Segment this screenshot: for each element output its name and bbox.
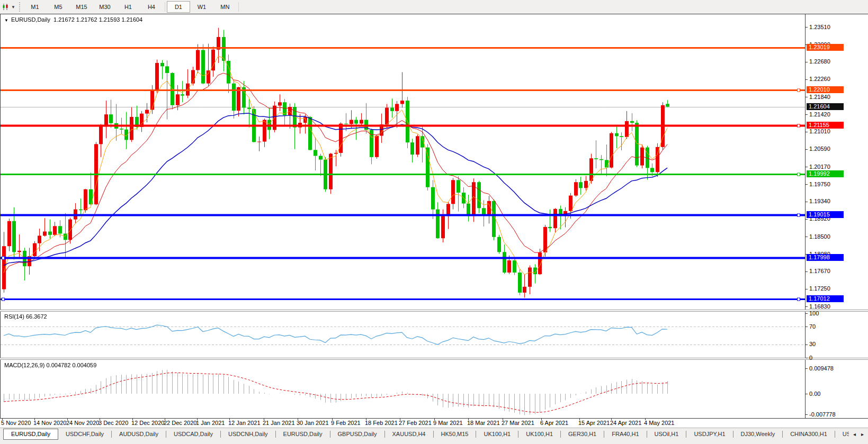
timeframe-button-m30[interactable]: M30 — [93, 1, 117, 13]
price-tick-label: 1.18500 — [809, 233, 862, 240]
price-tick — [806, 62, 808, 62]
current-price-badge: 1.21604 — [807, 103, 844, 110]
tab-nav: ◂ ▸ — [849, 428, 868, 440]
symbol-tab-10[interactable]: UK100,H1 — [518, 429, 560, 439]
rsi-tick — [806, 358, 808, 358]
chart-title-caret-icon[interactable]: ▼ — [4, 18, 8, 23]
price-tick — [806, 184, 808, 185]
rsi-tick-label: 100 — [809, 310, 862, 317]
timeframe-button-w1[interactable]: W1 — [190, 1, 213, 13]
price-tick-label: 1.21840 — [809, 94, 862, 101]
macd-tick — [806, 368, 808, 369]
timeframe-button-m1[interactable]: M1 — [23, 1, 47, 13]
macd-pane-splitter[interactable] — [0, 358, 868, 360]
price-tick — [806, 132, 808, 132]
price-tick — [806, 97, 808, 97]
symbol-tab-14[interactable]: USDJPY,H1 — [686, 429, 732, 439]
timeframe-button-m5[interactable]: M5 — [47, 1, 70, 13]
main-chart-canvas[interactable] — [1, 14, 805, 310]
macd-tick-label: -0.007778 — [809, 411, 862, 418]
price-tick — [806, 289, 808, 289]
time-tick-label: 6 Apr 2021 — [540, 420, 568, 426]
timeframe-button-h4[interactable]: H4 — [140, 1, 163, 13]
time-tick-label: 27 Feb 2021 — [399, 420, 432, 426]
macd-tick — [806, 394, 808, 394]
symbol-tab-0[interactable]: EURUSD,Daily — [3, 429, 58, 440]
hline-price-badge[interactable]: 1.21155 — [807, 122, 844, 129]
macd-indicator-canvas[interactable] — [1, 360, 805, 418]
hline-price-badge[interactable]: 1.17998 — [807, 254, 844, 261]
price-tick-label: 1.22260 — [809, 76, 862, 83]
symbol-tab-5[interactable]: EURUSD,Daily — [276, 429, 330, 439]
price-tick — [806, 27, 808, 28]
chart-title-symbol: EURUSD,Daily — [11, 16, 50, 23]
price-tick-label: 1.22680 — [809, 58, 862, 65]
timeframe-button-mn[interactable]: MN — [213, 1, 237, 13]
symbol-tab-8[interactable]: HK50,M15 — [434, 429, 476, 439]
time-tick-label: 12 Jan 2021 — [228, 420, 261, 426]
time-tick-label: 18 Feb 2021 — [365, 420, 398, 426]
symbol-tabbar: EURUSD,DailyUSDCHF,DailyAUDUSD,DailyUSDC… — [0, 428, 868, 444]
macd-tick-label: 0.009478 — [809, 365, 862, 372]
symbol-tab-16[interactable]: CHINA300,H1 — [783, 429, 835, 439]
symbol-tab-11[interactable]: GER30,H1 — [561, 429, 604, 439]
chart-type-icon[interactable] — [1, 2, 11, 12]
symbol-tab-17[interactable]: USC — [835, 429, 849, 439]
price-tick — [806, 167, 808, 167]
trading-platform-screen: ▼ M1M5M15M30H1H4D1W1MN ▼EURUSD,Daily 1.2… — [0, 0, 868, 444]
price-tick — [806, 306, 808, 307]
toolbar-grip-handle[interactable] — [19, 2, 20, 12]
symbol-tab-7[interactable]: XAUUSD,H4 — [385, 429, 433, 439]
rsi-tick-label: 0 — [809, 355, 862, 361]
symbol-tab-1[interactable]: USDCHF,Daily — [58, 429, 111, 439]
time-tick-label: 22 Dec 2020 — [164, 420, 196, 426]
chart-title-ohlc: 1.21672 1.21762 1.21593 1.21604 — [53, 16, 142, 23]
symbol-tab-2[interactable]: AUDUSD,Daily — [112, 429, 166, 439]
hline-price-badge[interactable]: 1.19992 — [807, 170, 844, 177]
price-tick — [806, 219, 808, 220]
chart-type-dropdown-caret-icon[interactable]: ▼ — [11, 5, 15, 10]
rsi-pane-splitter[interactable] — [0, 310, 868, 312]
hline-price-badge[interactable]: 1.22010 — [807, 86, 844, 93]
symbol-tab-15[interactable]: DJ30,Weekly — [733, 429, 783, 439]
time-tick-label: 1 Jan 2021 — [196, 420, 225, 426]
rsi-tick-label: 30 — [809, 341, 862, 348]
price-tick-label: 1.21420 — [809, 111, 862, 118]
candlestick-chart-glyph — [2, 3, 10, 11]
time-tick-label: 5 Nov 2020 — [1, 420, 31, 426]
symbol-tab-9[interactable]: UK100,H1 — [476, 429, 518, 439]
hline-price-badge[interactable]: 1.23019 — [807, 44, 844, 51]
price-tick — [806, 149, 808, 150]
symbol-tab-13[interactable]: USOil,H1 — [647, 429, 686, 439]
price-tick — [806, 202, 808, 202]
timeframe-button-h1[interactable]: H1 — [117, 1, 140, 13]
time-tick-label: 3 Dec 2020 — [99, 420, 128, 426]
toolbar-separator — [238, 2, 239, 12]
price-tick — [806, 79, 808, 80]
price-tick-label: 1.21010 — [809, 128, 862, 135]
toolbar-separator — [165, 2, 165, 12]
rsi-tick — [806, 313, 808, 314]
macd-tick — [806, 414, 808, 415]
macd-tick-label: 0.00 — [809, 391, 862, 397]
symbol-tab-4[interactable]: USDCNH,Daily — [221, 429, 275, 439]
rsi-indicator-canvas[interactable] — [1, 312, 805, 358]
price-tick — [806, 237, 808, 237]
symbol-tab-3[interactable]: USDCAD,Daily — [166, 429, 220, 439]
symbol-tab-6[interactable]: GBPUSD,Daily — [330, 429, 384, 439]
rsi-label: RSI(14) 66.3672 — [4, 313, 47, 320]
hline-price-badge[interactable]: 1.17012 — [807, 295, 844, 302]
symbol-tabs: EURUSD,DailyUSDCHF,DailyAUDUSD,DailyUSDC… — [0, 428, 849, 440]
timeframe-button-m15[interactable]: M15 — [70, 1, 93, 13]
time-tick-label: 12 Dec 2020 — [131, 420, 164, 426]
timeframe-button-d1[interactable]: D1 — [167, 1, 190, 13]
symbol-tab-12[interactable]: FRA40,H1 — [604, 429, 646, 439]
macd-label: MACD(12,26,9) 0.004782 0.004059 — [4, 362, 96, 368]
hline-price-badge[interactable]: 1.19015 — [807, 211, 844, 218]
time-tick-label: 9 Feb 2021 — [331, 420, 361, 426]
rsi-tick-label: 70 — [809, 323, 862, 330]
tab-scroll-right-icon[interactable]: ▸ — [861, 431, 864, 437]
tab-scroll-left-icon[interactable]: ◂ — [853, 431, 856, 437]
time-tick-label: 24 Nov 2020 — [66, 420, 99, 426]
time-tick-label: 14 Nov 2020 — [33, 420, 66, 426]
